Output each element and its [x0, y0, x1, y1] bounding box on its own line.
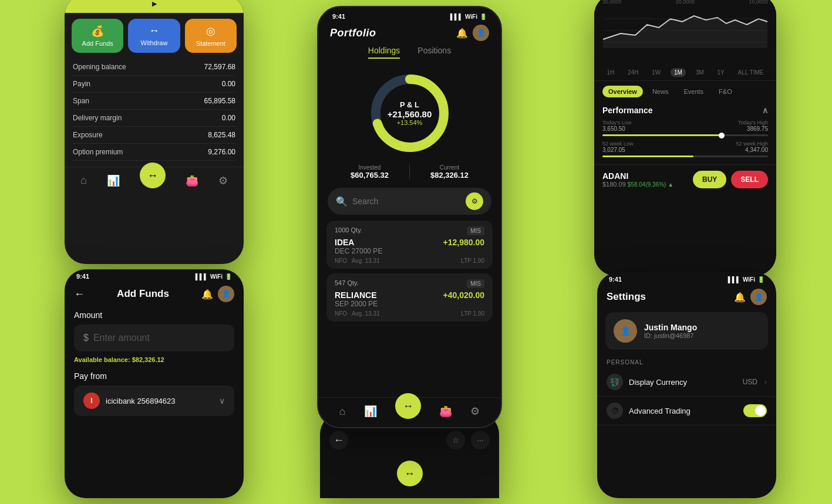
search-bar: 🔍 ⚙: [328, 188, 491, 215]
bell-icon-4[interactable]: 🔔: [201, 289, 213, 300]
profile-id: ID: justin@46987: [644, 332, 697, 339]
holding-change-2: +40,020.00: [443, 290, 484, 300]
holding-meta-2: NFO Avg. 13.31: [335, 310, 380, 317]
holding-ltp-1: LTP 1.90: [461, 258, 484, 264]
todays-high: Today's High 3869.75: [738, 120, 768, 132]
balance-row-exposure: Exposure 8,625.48: [73, 127, 235, 144]
search-input[interactable]: [352, 197, 461, 206]
phone-4-add-funds: 9:41 ▌▌▌ WiFi 🔋 ← Add Funds 🔔 👤 Amount $…: [65, 269, 244, 498]
wallet-nav-icon[interactable]: 👛: [186, 174, 198, 188]
balance-list: Opening balance 72,597.68 Payin 0.00 Spa…: [65, 59, 244, 161]
fab-5[interactable]: ↔: [397, 461, 423, 486]
holding-top-2: 547 Qty. MIS: [335, 279, 484, 288]
phone-5-header: ← ☆ ···: [320, 425, 499, 453]
settings-row-currency[interactable]: 💱 Display Currency USD ›: [597, 368, 776, 397]
chart-nav-icon[interactable]: 📊: [107, 174, 120, 188]
range-thumb: [719, 133, 725, 138]
search-icon: 🔍: [336, 196, 348, 207]
more-button[interactable]: ···: [471, 431, 490, 449]
donut-center: P & L +21,560.80 +13.54%: [388, 100, 432, 126]
pay-from-section: Pay from I icicibank 256894623 ∨: [65, 367, 244, 421]
sell-button[interactable]: SELL: [731, 171, 768, 188]
withdraw-icon: ↔: [149, 25, 159, 37]
holding-card-1[interactable]: 1000 Qty. MIS IDEA DEC 27000 PE +12,980.…: [326, 221, 493, 269]
trading-toggle[interactable]: [743, 404, 767, 417]
filter-button[interactable]: ⚙: [466, 192, 483, 210]
tab-events[interactable]: Events: [678, 86, 709, 97]
trading-icon: ⏱: [607, 402, 623, 419]
phone-6-settings: 9:41 ▌▌▌ WiFi 🔋 Settings 🔔 👤 👤 Justin Ma…: [597, 272, 776, 498]
status-icons-6: ▌▌▌ WiFi 🔋: [728, 276, 764, 283]
home-icon[interactable]: ⌂: [339, 405, 346, 418]
tab-fo[interactable]: F&O: [713, 86, 738, 97]
week-range-bar: [602, 155, 768, 157]
chart-area: 30,0000 20,0000 10,0000: [594, 0, 776, 65]
chevron-down-icon: ∨: [219, 396, 225, 405]
avatar-4[interactable]: 👤: [218, 286, 234, 302]
tf-1h[interactable]: 1H: [603, 68, 618, 77]
profile-name: Justin Mango: [644, 323, 697, 332]
invested-value: Invested $60,765.32: [330, 164, 410, 180]
tf-1m[interactable]: 1M: [671, 68, 686, 77]
currency-value: USD: [743, 378, 757, 386]
tf-1w[interactable]: 1W: [648, 68, 664, 77]
bank-selector[interactable]: I icicibank 256894623 ∨: [74, 385, 234, 416]
back-btn-5[interactable]: ←: [329, 431, 348, 449]
bank-name: icicibank 256894623: [106, 397, 213, 405]
tf-24h[interactable]: 24H: [624, 68, 642, 77]
bell-icon-6[interactable]: 🔔: [734, 292, 746, 303]
amount-placeholder: Enter amount: [93, 333, 150, 343]
portfolio-header: Portfolio 🔔 👤: [318, 22, 501, 46]
profile-card[interactable]: 👤 Justin Mango ID: justin@46987: [605, 312, 768, 350]
user-avatar[interactable]: 👤: [473, 25, 489, 41]
wallet-icon[interactable]: 👛: [439, 405, 452, 418]
amount-input-box[interactable]: $ Enter amount: [74, 324, 234, 351]
currency-icon: 💱: [607, 374, 623, 390]
mis-badge-1: MIS: [467, 226, 484, 235]
header-icons: 🔔 👤: [456, 25, 489, 41]
stock-footer: ADANI $180.09 $58.04(9.36%) ▲ BUY SELL: [594, 164, 776, 194]
back-button[interactable]: ←: [74, 288, 85, 300]
bell-icon[interactable]: 🔔: [456, 28, 468, 39]
holding-meta-1: NFO Avg. 13.31: [335, 258, 380, 264]
settings-nav-icon[interactable]: ⚙: [218, 174, 228, 188]
settings-title: Settings: [607, 291, 646, 303]
performance-section: Performance ∧ Today's Low 3,650.50 Today…: [594, 102, 776, 164]
tab-positions[interactable]: Positions: [417, 46, 451, 59]
balance-value: $82,326.12: [132, 356, 164, 363]
tab-news[interactable]: News: [646, 86, 675, 97]
fab-2[interactable]: ↔: [395, 393, 421, 419]
status-icons-2: ▌▌▌ WiFi 🔋: [450, 13, 487, 20]
donut-percent: +13.54%: [388, 119, 432, 126]
withdraw-button[interactable]: ↔ Withdraw: [128, 19, 180, 53]
buy-button[interactable]: BUY: [693, 171, 726, 188]
stock-change: $58.04(9.36%) ▲: [628, 181, 673, 188]
holding-bottom-2: NFO Avg. 13.31 LTP 1.90: [335, 310, 484, 317]
stock-name: ADANI: [602, 171, 673, 181]
trade-buttons: BUY SELL: [693, 171, 768, 188]
holding-info-2: RELIANCE SEP 2000 PE: [335, 290, 378, 308]
tf-3m[interactable]: 3M: [692, 68, 708, 77]
tf-1y[interactable]: 1Y: [714, 68, 728, 77]
tf-alltime[interactable]: ALL TIME: [735, 68, 767, 77]
holding-ltp-2: LTP 1.90: [461, 310, 484, 317]
statement-icon: ◎: [206, 25, 215, 38]
fab-button[interactable]: ↔: [140, 163, 166, 188]
holding-qty-2: 547 Qty.: [335, 279, 359, 286]
avatar-6[interactable]: 👤: [750, 289, 767, 305]
gear-icon[interactable]: ⚙: [470, 405, 480, 418]
tab-overview[interactable]: Overview: [602, 86, 643, 97]
add-funds-button[interactable]: 💰 Add Funds: [72, 19, 123, 53]
chart-icon[interactable]: 📊: [364, 405, 377, 418]
status-icons-4: ▌▌▌ WiFi 🔋: [196, 273, 232, 280]
donut-chart-container: P & L +21,560.80 +13.54%: [318, 63, 501, 162]
chart-labels: 30,0000 20,0000 10,0000: [602, 0, 768, 5]
collapse-icon[interactable]: ∧: [762, 106, 768, 115]
settings-row-trading[interactable]: ⏱ Advanced Trading: [597, 397, 776, 425]
home-nav-icon[interactable]: ⌂: [80, 174, 87, 188]
tab-holdings[interactable]: Holdings: [368, 46, 400, 59]
bookmark-button[interactable]: ☆: [446, 431, 465, 449]
statement-button[interactable]: ◎ Statement: [185, 19, 237, 53]
holding-card-2[interactable]: 547 Qty. MIS RELIANCE SEP 2000 PE +40,02…: [326, 273, 493, 322]
currency-label: Display Currency: [629, 378, 737, 387]
